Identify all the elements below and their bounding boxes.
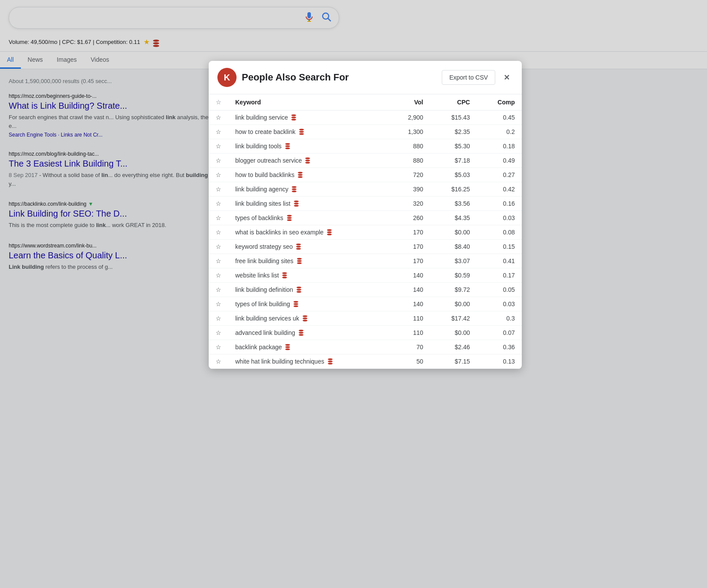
cpc-cell: $0.00 bbox=[430, 326, 477, 340]
db-icon-small bbox=[282, 272, 287, 278]
star-cell[interactable]: ☆ bbox=[209, 326, 228, 340]
star-cell[interactable]: ☆ bbox=[209, 168, 228, 182]
comp-cell: 0.3 bbox=[477, 311, 522, 326]
table-row: ☆link building sites list320$3.560.16 bbox=[209, 197, 522, 211]
close-button[interactable]: × bbox=[500, 70, 513, 85]
keyword-name-text: what is backlinks in seo example bbox=[235, 229, 323, 236]
keyword-name-text: types of link building bbox=[235, 301, 290, 307]
star-cell[interactable]: ☆ bbox=[209, 240, 228, 254]
star-cell[interactable]: ☆ bbox=[209, 154, 228, 168]
keyword-cell: free link building sites bbox=[228, 254, 388, 268]
comp-cell: 0.2 bbox=[477, 125, 522, 139]
comp-cell: 0.42 bbox=[477, 182, 522, 197]
db-icon-small bbox=[328, 358, 333, 364]
star-cell[interactable]: ☆ bbox=[209, 139, 228, 154]
keyword-col-header: Keyword bbox=[228, 94, 388, 110]
keyword-cell: blogger outreach service bbox=[228, 154, 388, 168]
keyword-name-text: keyword strategy seo bbox=[235, 243, 293, 250]
keyword-cell: link building definition bbox=[228, 283, 388, 297]
export-csv-button[interactable]: Export to CSV bbox=[442, 70, 495, 85]
table-row: ☆advanced link building110$0.000.07 bbox=[209, 326, 522, 340]
vol-cell: 320 bbox=[388, 197, 430, 211]
pasf-panel: K People Also Search For Export to CSV ×… bbox=[209, 61, 522, 369]
cpc-cell: $3.56 bbox=[430, 197, 477, 211]
vol-cell: 390 bbox=[388, 182, 430, 197]
star-col-header: ☆ bbox=[209, 94, 228, 110]
cpc-cell: $15.43 bbox=[430, 110, 477, 125]
cpc-cell: $16.25 bbox=[430, 182, 477, 197]
table-row: ☆types of link building140$0.000.03 bbox=[209, 297, 522, 311]
pasf-title: People Also Search For bbox=[242, 72, 437, 83]
keyword-name-text: link building definition bbox=[235, 286, 293, 293]
db-icon-small bbox=[285, 344, 290, 350]
db-icon-small bbox=[298, 172, 303, 178]
star-cell[interactable]: ☆ bbox=[209, 311, 228, 326]
cpc-cell: $0.59 bbox=[430, 268, 477, 283]
table-row: ☆what is backlinks in seo example170$0.0… bbox=[209, 225, 522, 240]
keyword-cell: backlink package bbox=[228, 340, 388, 354]
star-cell[interactable]: ☆ bbox=[209, 283, 228, 297]
vol-cell: 880 bbox=[388, 139, 430, 154]
keyword-cell: link building sites list bbox=[228, 197, 388, 211]
comp-col-header: Comp bbox=[477, 94, 522, 110]
cpc-cell: $2.46 bbox=[430, 340, 477, 354]
comp-cell: 0.18 bbox=[477, 139, 522, 154]
keyword-cell: website links list bbox=[228, 268, 388, 283]
keyword-name-text: blogger outreach service bbox=[235, 157, 302, 164]
db-icon-small bbox=[292, 186, 297, 192]
comp-cell: 0.08 bbox=[477, 225, 522, 240]
star-cell[interactable]: ☆ bbox=[209, 354, 228, 369]
vol-cell: 170 bbox=[388, 254, 430, 268]
table-row: ☆backlink package70$2.460.36 bbox=[209, 340, 522, 354]
star-cell[interactable]: ☆ bbox=[209, 110, 228, 125]
star-cell[interactable]: ☆ bbox=[209, 182, 228, 197]
keyword-name-text: how to create backlink bbox=[235, 128, 296, 135]
comp-cell: 0.03 bbox=[477, 297, 522, 311]
keyword-cell: link building tools bbox=[228, 139, 388, 154]
comp-cell: 0.17 bbox=[477, 268, 522, 283]
keyword-cell: how to create backlink bbox=[228, 125, 388, 139]
star-cell[interactable]: ☆ bbox=[209, 254, 228, 268]
comp-cell: 0.41 bbox=[477, 254, 522, 268]
vol-cell: 170 bbox=[388, 225, 430, 240]
cpc-cell: $9.72 bbox=[430, 283, 477, 297]
vol-cell: 880 bbox=[388, 154, 430, 168]
keyword-name-text: link building sites list bbox=[235, 200, 290, 207]
comp-cell: 0.49 bbox=[477, 154, 522, 168]
comp-cell: 0.27 bbox=[477, 168, 522, 182]
keyword-name-text: website links list bbox=[235, 272, 279, 279]
star-cell[interactable]: ☆ bbox=[209, 125, 228, 139]
db-icon-small bbox=[303, 315, 307, 321]
cpc-cell: $0.00 bbox=[430, 225, 477, 240]
comp-cell: 0.16 bbox=[477, 197, 522, 211]
db-icon-small bbox=[297, 287, 301, 293]
table-row: ☆blogger outreach service880$7.180.49 bbox=[209, 154, 522, 168]
cpc-cell: $7.18 bbox=[430, 154, 477, 168]
keyword-cell: how to build backlinks bbox=[228, 168, 388, 182]
table-row: ☆link building agency390$16.250.42 bbox=[209, 182, 522, 197]
vol-cell: 140 bbox=[388, 268, 430, 283]
cpc-cell: $3.07 bbox=[430, 254, 477, 268]
vol-cell: 260 bbox=[388, 211, 430, 225]
db-icon-small bbox=[327, 229, 332, 235]
keyword-cell: advanced link building bbox=[228, 326, 388, 340]
star-cell[interactable]: ☆ bbox=[209, 268, 228, 283]
cpc-cell: $5.03 bbox=[430, 168, 477, 182]
star-cell[interactable]: ☆ bbox=[209, 211, 228, 225]
comp-cell: 0.03 bbox=[477, 211, 522, 225]
star-cell[interactable]: ☆ bbox=[209, 197, 228, 211]
star-cell[interactable]: ☆ bbox=[209, 340, 228, 354]
comp-cell: 0.36 bbox=[477, 340, 522, 354]
vol-cell: 50 bbox=[388, 354, 430, 369]
comp-cell: 0.05 bbox=[477, 283, 522, 297]
keyword-cell: link building service bbox=[228, 110, 388, 125]
star-cell[interactable]: ☆ bbox=[209, 297, 228, 311]
comp-cell: 0.45 bbox=[477, 110, 522, 125]
vol-cell: 140 bbox=[388, 283, 430, 297]
db-icon-small bbox=[293, 301, 298, 307]
vol-cell: 2,900 bbox=[388, 110, 430, 125]
star-cell[interactable]: ☆ bbox=[209, 225, 228, 240]
keyword-name-text: link building tools bbox=[235, 143, 282, 150]
db-icon-small bbox=[287, 215, 292, 221]
db-icon-small bbox=[296, 244, 301, 250]
